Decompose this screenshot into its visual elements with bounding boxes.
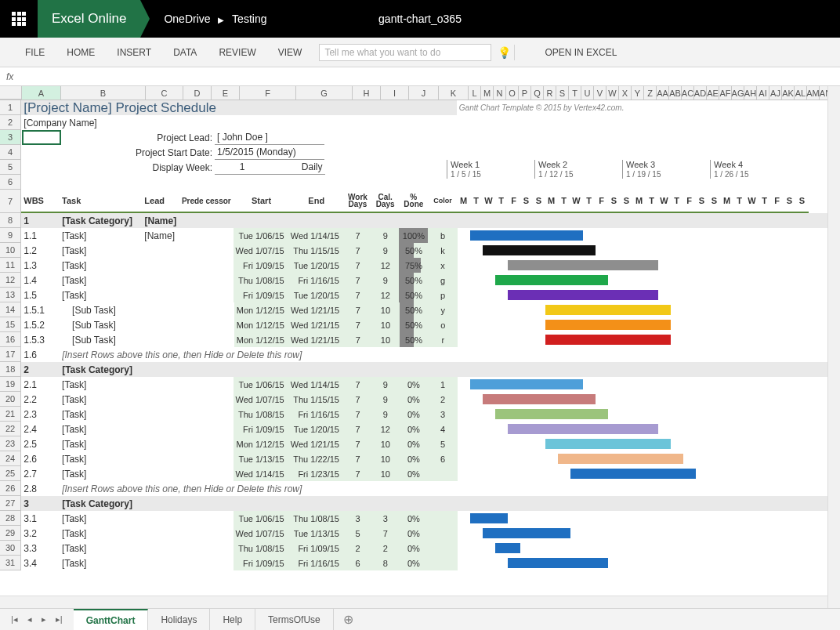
row-24[interactable]: 24 <box>0 451 21 466</box>
col-I[interactable]: I <box>381 86 409 100</box>
cd-cell[interactable]: 12 <box>371 422 399 436</box>
row-8[interactable]: 8 <box>0 213 21 228</box>
cd-cell[interactable]: 9 <box>371 407 399 422</box>
wbs-cell[interactable]: 2.8 <box>21 481 60 496</box>
col-O[interactable]: O <box>506 86 519 100</box>
wbs-cell[interactable]: 1 <box>21 213 60 228</box>
cell[interactable] <box>179 436 234 451</box>
task-cell[interactable]: [Task] <box>60 541 142 556</box>
lead-cell[interactable] <box>142 362 179 377</box>
lead-cell[interactable] <box>143 332 179 347</box>
wbs-cell[interactable]: 2.6 <box>21 451 60 466</box>
done-cell[interactable]: 0% <box>399 407 428 422</box>
lead-cell[interactable] <box>142 422 179 436</box>
hdr-start[interactable]: Start <box>234 190 288 213</box>
col-R[interactable]: R <box>544 86 556 100</box>
color-cell[interactable]: 1 <box>428 377 457 392</box>
cell[interactable] <box>179 556 234 570</box>
color-cell[interactable] <box>428 526 457 541</box>
cd-cell[interactable]: 10 <box>371 332 399 347</box>
cell[interactable] <box>179 466 234 481</box>
done-cell[interactable]: 50% <box>400 302 429 317</box>
dispweek-label[interactable]: Display Week: <box>60 160 215 175</box>
wbs-cell[interactable]: 1.6 <box>21 347 60 362</box>
color-cell[interactable]: g <box>428 273 457 288</box>
done-cell[interactable]: 0% <box>399 556 428 570</box>
col-AK[interactable]: AK <box>782 86 795 100</box>
wbs-cell[interactable]: 3.4 <box>21 556 60 570</box>
cd-cell[interactable]: 12 <box>371 258 399 273</box>
cell[interactable] <box>179 451 234 466</box>
row-5[interactable]: 5 <box>0 160 21 175</box>
row-17[interactable]: 17 <box>0 347 21 362</box>
lead-cell[interactable] <box>142 392 179 407</box>
done-cell[interactable]: 75% <box>399 258 428 273</box>
col-AL[interactable]: AL <box>795 86 807 100</box>
cell[interactable] <box>325 160 840 175</box>
start-cell[interactable]: Fri 1/09/15 <box>234 556 288 570</box>
task-cell[interactable]: [Task] <box>60 526 142 541</box>
hdr-done[interactable]: % Done <box>399 190 428 213</box>
wbs-cell[interactable]: 1.5.1 <box>21 302 60 317</box>
wd-cell[interactable]: 7 <box>344 273 371 288</box>
cell[interactable] <box>324 130 840 145</box>
wd-cell[interactable]: 3 <box>344 511 371 526</box>
lead-cell[interactable] <box>142 288 179 302</box>
lead-value[interactable]: [ John Doe ] <box>215 130 324 145</box>
col-Q[interactable]: Q <box>531 86 544 100</box>
col-L[interactable]: L <box>469 86 481 100</box>
cell[interactable] <box>179 228 234 243</box>
col-V[interactable]: V <box>594 86 606 100</box>
color-cell[interactable]: k <box>428 243 457 258</box>
task-cell[interactable]: [Task] <box>60 466 142 481</box>
open-in-excel-button[interactable]: OPEN IN EXCEL <box>534 38 628 67</box>
task-cell[interactable]: [Task] <box>60 451 142 466</box>
sheet-first-icon[interactable]: |◂ <box>6 614 23 625</box>
cell[interactable] <box>179 317 234 332</box>
row-1[interactable]: 1 <box>0 100 21 115</box>
tab-home[interactable]: HOME <box>56 38 106 67</box>
wbs-cell[interactable]: 2.4 <box>21 422 60 436</box>
row-25[interactable]: 25 <box>0 466 21 481</box>
wbs-cell[interactable]: 3.3 <box>21 541 60 556</box>
row-29[interactable]: 29 <box>0 526 21 541</box>
start-cell[interactable]: Tue 1/13/15 <box>234 451 288 466</box>
wd-cell[interactable]: 7 <box>344 377 371 392</box>
color-cell[interactable]: b <box>428 228 457 243</box>
spreadsheet-grid[interactable]: ABCDEFGHIJKLMNOPQRSTUVWXYZAAABACADAEAFAG… <box>0 86 840 614</box>
startdate-value[interactable]: 1/5/2015 (Monday) <box>215 145 324 160</box>
wbs-cell[interactable]: 1.5.3 <box>21 332 60 347</box>
color-cell[interactable]: x <box>428 258 457 273</box>
end-cell[interactable]: Tue 1/20/15 <box>289 258 344 273</box>
task-cell[interactable]: [Task] <box>60 422 142 436</box>
lead-cell[interactable] <box>143 302 179 317</box>
done-cell[interactable]: 50% <box>399 273 428 288</box>
done-cell[interactable]: 0% <box>399 392 428 407</box>
cd-cell[interactable]: 7 <box>371 526 399 541</box>
lead-cell[interactable] <box>142 243 179 258</box>
col-P[interactable]: P <box>519 86 531 100</box>
cd-cell[interactable]: 2 <box>371 541 399 556</box>
col-W[interactable]: W <box>606 86 619 100</box>
col-A[interactable]: A <box>22 86 61 100</box>
task-cell[interactable]: [Task] <box>60 407 142 422</box>
start-cell[interactable]: Tue 1/06/15 <box>234 511 288 526</box>
col-AM[interactable]: AM <box>807 86 820 100</box>
task-cell[interactable]: [Task] <box>60 228 142 243</box>
wbs-cell[interactable]: 3.2 <box>21 526 60 541</box>
cell[interactable] <box>457 362 840 377</box>
lead-cell[interactable] <box>142 526 179 541</box>
col-AH[interactable]: AH <box>744 86 757 100</box>
done-cell[interactable]: 50% <box>400 317 429 332</box>
note-cell[interactable]: [Insert Rows above this one, then Hide o… <box>60 347 840 362</box>
end-cell[interactable]: Wed 1/21/15 <box>289 436 344 451</box>
wd-cell[interactable]: 7 <box>344 407 371 422</box>
sheet-last-icon[interactable]: ▸| <box>51 614 67 625</box>
note-cell[interactable]: [Insert Rows above this one, then Hide o… <box>60 481 840 496</box>
lead-cell[interactable] <box>142 273 179 288</box>
add-sheet-button[interactable]: ⊕ <box>334 612 363 627</box>
end-cell[interactable]: Wed 1/14/15 <box>289 377 344 392</box>
wd-cell[interactable]: 7 <box>344 422 371 436</box>
wbs-cell[interactable]: 1.1 <box>21 228 60 243</box>
cell[interactable] <box>179 258 234 273</box>
